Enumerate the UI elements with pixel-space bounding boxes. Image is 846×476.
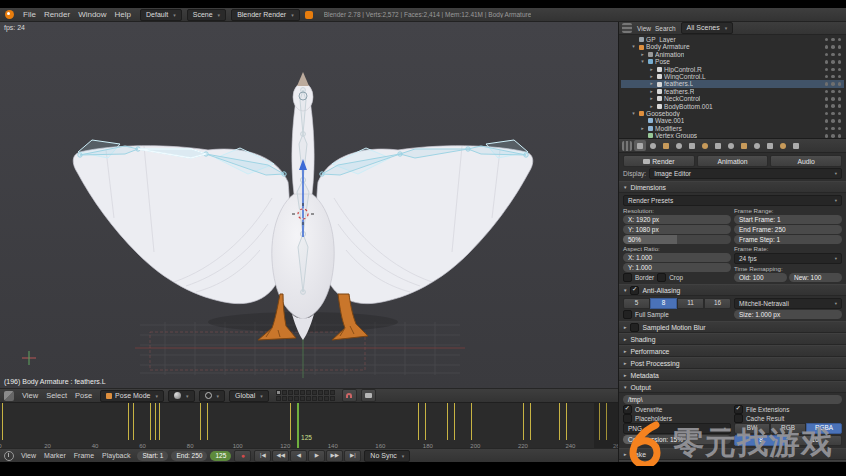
expand-toggle-icon[interactable]: ▸: [639, 125, 646, 132]
border-checkbox[interactable]: [623, 273, 632, 282]
properties-tab-world[interactable]: [673, 140, 685, 151]
layer-toggle[interactable]: [288, 390, 293, 395]
screen-layout-dropdown[interactable]: Default: [140, 9, 182, 21]
next-keyframe-button[interactable]: ▶▶: [326, 450, 343, 462]
render-engine-dropdown[interactable]: Blender Render: [231, 9, 300, 21]
selectability-icon[interactable]: [831, 38, 835, 42]
selectability-icon[interactable]: [831, 119, 835, 123]
properties-tab-bone[interactable]: [777, 140, 789, 151]
properties-tab-object[interactable]: [686, 140, 698, 151]
selectability-icon[interactable]: [831, 127, 835, 131]
visibility-icon[interactable]: [825, 82, 829, 86]
antialiasing-panel-header[interactable]: ▼ Anti-Aliasing: [619, 284, 846, 296]
layer-toggle[interactable]: [312, 396, 317, 401]
layer-toggle[interactable]: [330, 396, 335, 401]
layer-toggle[interactable]: [276, 396, 281, 401]
layer-toggle[interactable]: [324, 390, 329, 395]
properties-tab-material[interactable]: [725, 140, 737, 151]
properties-editor-icon[interactable]: [622, 141, 632, 151]
timeline-editor[interactable]: 020406080100120140160180200220240260125: [0, 402, 618, 449]
outliner-row-goosebody[interactable]: ▾Goosebody: [621, 110, 844, 117]
render-animation-button[interactable]: Animation: [697, 155, 769, 167]
keyframe-marker[interactable]: [2, 403, 3, 440]
visibility-icon[interactable]: [825, 127, 829, 131]
keyframe-marker[interactable]: [471, 403, 472, 440]
expand-toggle-icon[interactable]: ▸: [648, 88, 655, 95]
visibility-icon[interactable]: [825, 104, 829, 108]
layer-toggle[interactable]: [282, 396, 287, 401]
play-reverse-button[interactable]: ◀: [290, 450, 307, 462]
layer-toggle[interactable]: [288, 396, 293, 401]
current-frame-field[interactable]: 125: [210, 451, 231, 461]
jump-to-start-button[interactable]: |◀: [254, 450, 271, 462]
keyframe-marker[interactable]: [559, 403, 560, 440]
full-sample-checkbox[interactable]: [623, 310, 632, 319]
selectability-icon[interactable]: [831, 90, 835, 94]
layer-toggle[interactable]: [300, 390, 305, 395]
keyframe-marker[interactable]: [447, 403, 448, 440]
file-extensions-checkbox[interactable]: [734, 405, 743, 414]
aa-samples-5[interactable]: 5: [623, 298, 650, 309]
properties-tab-render-layers[interactable]: [647, 140, 659, 151]
expand-toggle-icon[interactable]: ▸: [648, 66, 655, 73]
prev-keyframe-button[interactable]: ◀◀: [272, 450, 289, 462]
pivot-dropdown[interactable]: [199, 390, 226, 402]
selectability-icon[interactable]: [831, 45, 835, 49]
expand-toggle-icon[interactable]: ▾: [639, 58, 646, 65]
menu-select[interactable]: Select: [42, 391, 71, 400]
outliner-editor-icon[interactable]: [622, 23, 632, 33]
panel-header-shading[interactable]: ►Shading: [619, 333, 846, 345]
renderability-icon[interactable]: [838, 104, 842, 108]
keyframe-marker[interactable]: [418, 403, 419, 440]
keyframe-marker[interactable]: [155, 403, 156, 440]
properties-tab-render[interactable]: [634, 140, 646, 151]
outliner-row-hipcontrol-r[interactable]: ▸HipControl.R: [621, 66, 844, 73]
outliner-scope-dropdown[interactable]: All Scenes: [681, 22, 734, 34]
visibility-icon[interactable]: [825, 45, 829, 49]
end-frame-field[interactable]: End: 250: [171, 451, 207, 461]
start-frame-field[interactable]: Start: 1: [137, 451, 168, 461]
expand-toggle-icon[interactable]: ▸: [648, 80, 655, 87]
properties-tab-bone-constraints[interactable]: [790, 140, 802, 151]
render-button[interactable]: Render: [623, 155, 695, 167]
sync-dropdown[interactable]: No Sync: [364, 450, 410, 462]
renderability-icon[interactable]: [838, 82, 842, 86]
menu-render[interactable]: Render: [40, 10, 74, 19]
layer-toggle[interactable]: [324, 396, 329, 401]
renderability-icon[interactable]: [838, 119, 842, 123]
layer-toggle[interactable]: [282, 390, 287, 395]
expand-toggle-icon[interactable]: ▾: [630, 43, 637, 50]
start-frame-field[interactable]: Start Frame: 1: [734, 215, 842, 224]
expand-toggle-icon[interactable]: ▸: [648, 95, 655, 102]
renderability-icon[interactable]: [838, 75, 842, 79]
dimensions-panel-header[interactable]: ▼ Dimensions: [619, 181, 846, 193]
selectability-icon[interactable]: [831, 68, 835, 72]
renderability-icon[interactable]: [838, 60, 842, 64]
scene-dropdown[interactable]: Scene: [187, 9, 226, 21]
keyframe-marker[interactable]: [523, 403, 524, 440]
end-frame-field[interactable]: End Frame: 250: [734, 225, 842, 234]
renderability-icon[interactable]: [838, 38, 842, 42]
remap-new-field[interactable]: New: 100: [789, 273, 842, 282]
output-panel-header[interactable]: ▼ Output: [619, 381, 846, 393]
properties-tab-scene[interactable]: [660, 140, 672, 151]
layer-toggle[interactable]: [300, 396, 305, 401]
layer-toggle[interactable]: [276, 390, 281, 395]
renderability-icon[interactable]: [838, 112, 842, 116]
menu-search[interactable]: Search: [653, 25, 678, 32]
viewport-shading-dropdown[interactable]: [168, 390, 195, 402]
remap-old-field[interactable]: Old: 100: [734, 273, 787, 282]
renderability-icon[interactable]: [838, 127, 842, 131]
render-presets-dropdown[interactable]: Render Presets: [623, 195, 842, 206]
menu-playback[interactable]: Playback: [98, 452, 134, 459]
autokey-record-button[interactable]: ●: [234, 450, 251, 462]
layer-toggle[interactable]: [318, 396, 323, 401]
aa-samples-11[interactable]: 11: [677, 298, 704, 309]
outliner-row-vertex-groups[interactable]: Vertex Groups: [621, 132, 844, 139]
menu-view[interactable]: View: [18, 391, 42, 400]
crop-checkbox[interactable]: [657, 273, 666, 282]
outliner-row-neckcontrol[interactable]: ▸NeckControl: [621, 95, 844, 102]
layer-toggle[interactable]: [306, 396, 311, 401]
properties-tab-texture[interactable]: [738, 140, 750, 151]
renderability-icon[interactable]: [838, 90, 842, 94]
